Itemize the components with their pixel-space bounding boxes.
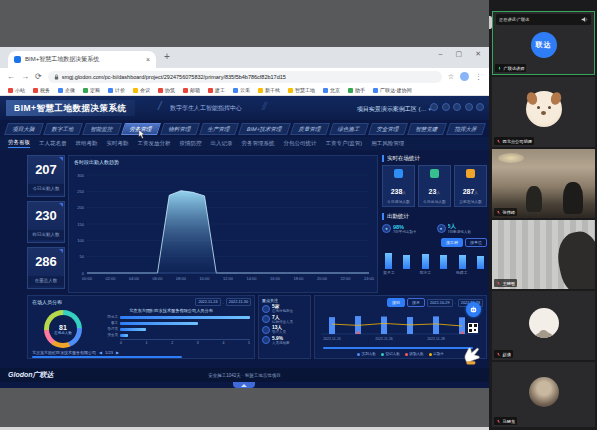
- tab-close-icon[interactable]: ×: [146, 56, 150, 63]
- next-page-icon[interactable]: ▶: [116, 350, 119, 355]
- browser-tab-strip: BIM+智慧工地数据决策系统 × + – ▢ ✕: [0, 47, 489, 68]
- subnav-item[interactable]: 疫情防控: [180, 140, 202, 147]
- date-from-input[interactable]: 2022-11-24: [195, 298, 220, 306]
- bookmark-item[interactable]: 邮箱: [183, 87, 200, 93]
- nav-tab[interactable]: 数字工地: [43, 123, 83, 135]
- nav-tab[interactable]: 生产管理: [199, 123, 239, 135]
- maximize-button[interactable]: ▢: [456, 50, 463, 58]
- svg-text:08:00: 08:00: [176, 276, 187, 281]
- nav-tab[interactable]: BIM+技术管理: [238, 123, 291, 135]
- metric-icon: [262, 315, 270, 323]
- settings-icon[interactable]: [442, 103, 450, 111]
- svg-text:200: 200: [77, 205, 84, 210]
- bookmark-item[interactable]: 广联达-建协同: [373, 87, 412, 93]
- browser-menu-icon[interactable]: ⋮: [475, 73, 482, 81]
- nav-tab[interactable]: 指挥大屏: [446, 123, 486, 135]
- bookmark-item[interactable]: 北京: [323, 87, 340, 93]
- profile-avatar[interactable]: [460, 72, 469, 81]
- subnav-item[interactable]: 劳务看板: [8, 139, 30, 148]
- message-icon[interactable]: [465, 103, 473, 111]
- bookmark-item[interactable]: 新干线: [258, 87, 280, 93]
- trade-bar: [459, 255, 466, 269]
- nav-tab[interactable]: 安全管理: [368, 123, 408, 135]
- stat-value: 207: [28, 156, 64, 184]
- bookmark-item[interactable]: 建工: [208, 87, 225, 93]
- participant-name-pill: 赵倩: [494, 350, 513, 358]
- bookmark-item[interactable]: 助手: [348, 87, 365, 93]
- browser-tab[interactable]: BIM+智慧工地数据决策系统 ×: [8, 51, 156, 68]
- nav-tab[interactable]: 智慧党建: [407, 123, 447, 135]
- toggle-monthly[interactable]: 按月: [407, 298, 425, 307]
- trend-date-from-input[interactable]: 2022-10-29: [427, 299, 452, 307]
- trend-scrollbar[interactable]: [323, 347, 473, 349]
- svg-text:16:00: 16:00: [270, 276, 281, 281]
- prev-page-icon[interactable]: ◀: [99, 350, 102, 355]
- subnav-item[interactable]: 工人花名册: [39, 140, 67, 147]
- svg-text:24:00: 24:00: [364, 276, 375, 281]
- horizontal-scrollbar[interactable]: [32, 356, 182, 358]
- bookmark-star-icon[interactable]: ☆: [448, 73, 454, 81]
- user-icon[interactable]: [476, 103, 484, 111]
- participant-tile-speaker[interactable]: 正在讲话:广联达 联达 广联达讲师: [492, 11, 595, 75]
- svg-text:250: 250: [77, 189, 84, 194]
- bookmark-item[interactable]: 税务: [33, 87, 50, 93]
- back-icon[interactable]: ←: [7, 73, 15, 81]
- company-hbar-chart: 北京东方雨虹防水技术服务有限公司人员分布 防水工普工管理员安全员 012345: [92, 308, 250, 345]
- bookmark-item[interactable]: 企微: [58, 87, 75, 93]
- fullscreen-icon[interactable]: [430, 103, 438, 111]
- subnav-item[interactable]: 用工风险管理: [371, 140, 404, 147]
- forward-icon[interactable]: →: [21, 73, 29, 81]
- date-to-input[interactable]: 2022-11-30: [226, 298, 251, 306]
- legend-item: 出勤率: [429, 352, 444, 356]
- participant-tile[interactable]: 马晓东: [492, 362, 595, 427]
- subnav-item[interactable]: 班组考勤: [76, 140, 98, 147]
- subnav-item[interactable]: 出入记录: [211, 140, 233, 147]
- metric-icon: [262, 326, 270, 334]
- svg-text:20:00: 20:00: [317, 276, 328, 281]
- bookmark-item[interactable]: 计价: [108, 87, 125, 93]
- subnav-item[interactable]: 工资专户(监管): [326, 140, 363, 147]
- participant-tile[interactable]: 赵倩: [492, 291, 595, 360]
- participant-tile[interactable]: 西北分公司胡娜: [492, 77, 595, 147]
- bookmark-item[interactable]: 智慧工地: [288, 87, 315, 93]
- bookmark-item[interactable]: 协筑: [158, 87, 175, 93]
- bookmark-item[interactable]: 定额: [83, 87, 100, 93]
- nav-tab[interactable]: 质量管理: [290, 123, 330, 135]
- nav-tab[interactable]: 绿色施工: [329, 123, 369, 135]
- subnav-item[interactable]: 分包公司统计: [284, 140, 317, 147]
- person-badge-icon: ●: [382, 224, 391, 233]
- toggle-daily[interactable]: 按日: [387, 298, 405, 307]
- nav-tab[interactable]: 项目大脑: [4, 123, 44, 135]
- participant-tile-video[interactable]: 王晓敏: [492, 220, 595, 289]
- participant-tile-video[interactable]: 张伟峰: [492, 149, 595, 218]
- subnav-item[interactable]: 工资发放分析: [138, 140, 171, 147]
- bookmark-item[interactable]: 云采: [233, 87, 250, 93]
- page-indicator: 1/23: [105, 350, 113, 355]
- new-tab-button[interactable]: +: [164, 51, 170, 62]
- toggle-by-trade[interactable]: 按工种: [441, 238, 463, 247]
- nav-tab[interactable]: 物料管理: [160, 123, 200, 135]
- header-icon-group: [430, 103, 484, 111]
- svg-text:18:00: 18:00: [293, 276, 304, 281]
- svg-text:2022-11-26: 2022-11-26: [375, 337, 393, 341]
- refresh-icon[interactable]: [453, 103, 461, 111]
- close-button[interactable]: ✕: [475, 50, 481, 58]
- bookmark-favicon-icon: [323, 88, 328, 93]
- minimize-button[interactable]: –: [439, 50, 443, 58]
- glodon-logo: Glodon广联达: [8, 370, 54, 380]
- toggle-by-unit[interactable]: 按单位: [465, 238, 487, 247]
- bookmark-item[interactable]: 小站: [8, 87, 25, 93]
- reload-icon[interactable]: ⟳: [35, 73, 42, 81]
- subnav-item[interactable]: 实时考勤: [107, 140, 129, 147]
- subnav-item[interactable]: 劳务管理系统: [242, 140, 275, 147]
- nav-tab[interactable]: 智能监控: [82, 123, 122, 135]
- project-selector[interactable]: 项目实景演示案例工区 (… ▾: [357, 105, 431, 114]
- bookmarks-bar: 小站 税务 企微 定额: [0, 85, 489, 96]
- assistant-floating-button[interactable]: [466, 302, 481, 317]
- bookmark-favicon-icon: [348, 88, 353, 93]
- url-field[interactable]: smgj.glodon.com/pc-bi/dashboard/project/…: [48, 71, 442, 83]
- meeting-participant-sidebar: 正在讲话:广联达 联达 广联达讲师 西北分公司胡娜: [489, 0, 597, 430]
- qr-code[interactable]: [468, 323, 478, 333]
- avatar: [529, 308, 559, 338]
- bookmark-item[interactable]: 会议: [133, 87, 150, 93]
